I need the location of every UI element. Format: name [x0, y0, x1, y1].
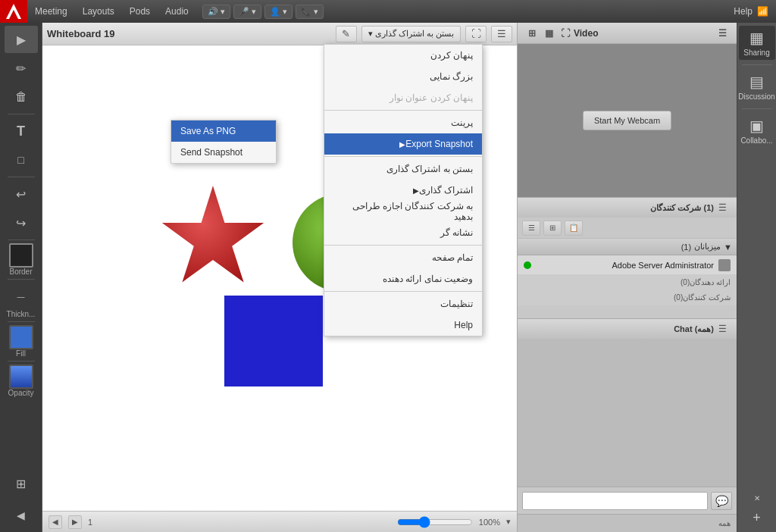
pod-dropdown-menu: پنهان کردن بزرگ نمایی پنهان کردن عنوان ن…: [324, 44, 483, 336]
tool-divider-3: [8, 239, 35, 240]
dd-presenter-view[interactable]: وضعیت نمای ارائه دهنده: [324, 268, 482, 289]
opacity-swatch[interactable]: [9, 365, 33, 389]
whiteboard-title: Whiteboard 19: [47, 28, 331, 39]
dd-zoom[interactable]: بزرگ نمایی: [324, 66, 482, 87]
share-dropdown[interactable]: بستن به اشتراک گذاری ▾: [361, 26, 461, 42]
tool-draw[interactable]: ✏: [5, 55, 38, 82]
attendees-controls: ☰ ⊞ 📋: [518, 217, 737, 239]
fr-close-btn[interactable]: ✕: [739, 491, 775, 505]
video-menu-icon[interactable]: ☰: [714, 26, 731, 41]
star-shape: [160, 186, 266, 292]
menu-layouts[interactable]: Layouts: [75, 0, 122, 23]
tool-text[interactable]: T: [5, 117, 38, 145]
tool-divider-1: [8, 114, 35, 114]
attendees-header: (1) شرکت کنندگان ☰: [518, 198, 737, 217]
menu-pods[interactable]: Pods: [122, 0, 158, 23]
border-label: Border: [0, 268, 42, 276]
mic-btn[interactable]: 🎤 ▾: [233, 5, 261, 19]
attendees-list: ▼ میزبانان (1) Adobe Server Administrato…: [518, 239, 737, 318]
border-group: Border: [0, 243, 42, 276]
start-webcam-btn[interactable]: Start My Webcam: [583, 111, 671, 130]
fr-add-btn[interactable]: +: [739, 507, 775, 529]
fr-divider-2: [742, 108, 772, 109]
dd-close-share[interactable]: بستن به اشتراک گذاری: [324, 158, 482, 180]
pen-icon-btn[interactable]: ✎: [336, 26, 357, 42]
border-swatch[interactable]: [9, 243, 33, 268]
tool-delete[interactable]: 🗑: [5, 83, 38, 111]
chat-input-area: 💬: [518, 487, 737, 514]
zoom-level: 100%: [479, 518, 500, 527]
dd-hide-title: پنهان کردن عنوان نوار: [324, 87, 482, 108]
whiteboard-header: Whiteboard 19 ✎ بستن به اشتراک گذاری ▾ ⛶…: [42, 23, 517, 45]
tool-layers[interactable]: ⊞: [5, 470, 38, 497]
participants-group: شرکت کنندگان (0): [518, 290, 737, 305]
tool-undo[interactable]: ↩: [5, 180, 38, 208]
zoom-dropdown-icon[interactable]: ▾: [506, 517, 511, 527]
video-title: Video: [574, 28, 714, 39]
audio-btn[interactable]: 🔊 ▾: [202, 5, 230, 19]
chat-footer: همه: [518, 514, 737, 532]
menu-btn[interactable]: ☰: [491, 26, 512, 42]
thickness-btn[interactable]: —: [5, 283, 38, 310]
fill-swatch[interactable]: [9, 325, 33, 349]
chat-send-btn[interactable]: 💬: [711, 492, 732, 510]
dd-settings[interactable]: تنظیمات: [324, 293, 482, 315]
fr-collabo-btn[interactable]: ▣ Collabo...: [739, 114, 775, 148]
sharing-icon: ▦: [749, 29, 764, 47]
opacity-label: Opacity: [0, 389, 42, 397]
rect-shape: [224, 296, 323, 386]
presenters-group: ارائه دهندگان (0): [518, 275, 737, 290]
host-item[interactable]: Adobe Server Administrator: [518, 255, 737, 275]
webcam-btn[interactable]: 👤 ▾: [264, 5, 293, 19]
tool-divider-2: [8, 177, 35, 177]
attendees-menu-icon[interactable]: ☰: [714, 200, 731, 215]
chat-header: (همه) Chat ☰: [518, 319, 737, 339]
phone-btn[interactable]: 📞 ▾: [296, 5, 324, 19]
tool-collapse[interactable]: ◀: [5, 502, 38, 529]
dd-allow-draw[interactable]: به شرکت کنندگان اجازه طراحی بدهید: [324, 201, 482, 222]
zoom-slider[interactable]: [397, 516, 473, 528]
fr-discussion-btn[interactable]: ▤ Discussion: [739, 70, 775, 104]
video-content: Start My Webcam: [518, 44, 737, 197]
menu-meeting[interactable]: Meeting: [27, 0, 75, 23]
fill-label: Fill: [0, 349, 42, 358]
dd-help[interactable]: Help: [324, 315, 482, 336]
menu-help[interactable]: Help 📶: [726, 0, 776, 23]
dd-print[interactable]: پرینت: [324, 112, 482, 133]
menu-audio[interactable]: Audio: [158, 0, 196, 23]
expand-btn[interactable]: ⛶: [465, 26, 487, 42]
prev-page-btn[interactable]: ◀: [48, 515, 62, 529]
dd-fullscreen[interactable]: تمام صفحه: [324, 247, 482, 268]
att-list-view-btn[interactable]: ☰: [522, 221, 540, 236]
tool-shape[interactable]: □: [5, 146, 38, 174]
add-icon: +: [753, 510, 761, 526]
dd-pointer[interactable]: نشانه گر: [324, 222, 482, 243]
save-as-png-btn[interactable]: Save As PNG: [171, 120, 276, 142]
chat-menu-icon[interactable]: ☰: [714, 321, 731, 336]
discussion-icon: ▤: [749, 73, 764, 91]
tool-select[interactable]: ▶: [5, 26, 38, 53]
video-grid-icon[interactable]: ⊞: [524, 26, 540, 41]
att-grid-view-btn[interactable]: ⊞: [543, 221, 562, 236]
fr-divider-1: [742, 64, 772, 65]
attendees-section: (1) شرکت کنندگان ☰ ☰ ⊞ 📋 ▼ میزبانان (1) …: [518, 197, 737, 318]
video-expand-icon[interactable]: ⛶: [557, 26, 574, 41]
share-arrow-icon: ▶: [413, 186, 419, 195]
dd-hide[interactable]: پنهان کردن: [324, 45, 482, 66]
chat-title: (همه) Chat: [524, 324, 714, 334]
video-header: ⊞ ▦ ⛶ Video ☰: [518, 23, 737, 44]
fr-sharing-btn[interactable]: ▦ Sharing: [739, 26, 775, 60]
export-arrow-icon: ▶: [399, 140, 405, 149]
dd-export[interactable]: Export Snapshot ▶: [324, 133, 482, 155]
adobe-logo[interactable]: [0, 0, 27, 23]
next-page-btn[interactable]: ▶: [68, 515, 82, 529]
dd-share[interactable]: اشتراک گذاری ▶: [324, 180, 482, 201]
host-name: Adobe Server Administrator: [536, 261, 714, 270]
tool-redo[interactable]: ↪: [5, 209, 38, 236]
att-detail-view-btn[interactable]: 📋: [565, 221, 583, 236]
chat-input[interactable]: [522, 492, 708, 510]
video-grid2-icon[interactable]: ▦: [540, 26, 557, 41]
send-snapshot-btn[interactable]: Send Snapshot: [171, 142, 276, 163]
video-section: ⊞ ▦ ⛶ Video ☰ Start My Webcam: [518, 23, 737, 197]
host-status: [524, 261, 531, 269]
